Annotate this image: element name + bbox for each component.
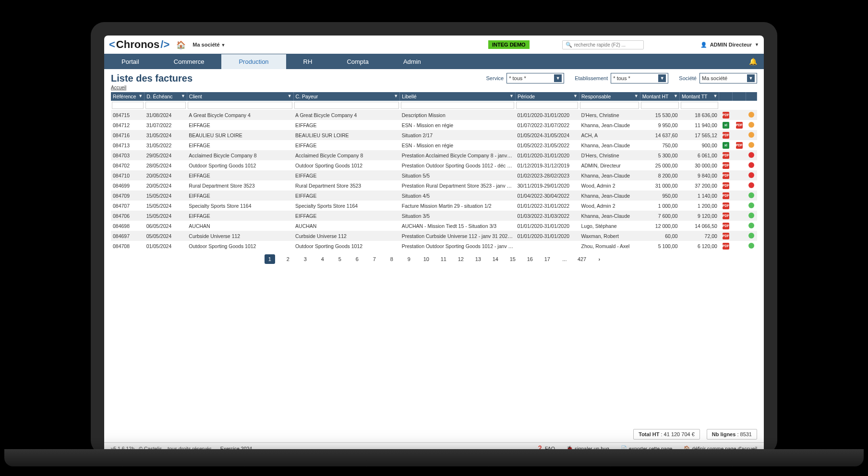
page-link[interactable]: 16 bbox=[526, 256, 534, 262]
page-link[interactable]: 15 bbox=[508, 256, 517, 262]
filter-etab-select[interactable]: * tous *▼ bbox=[611, 73, 668, 83]
col-responsable[interactable]: Responsable▼ bbox=[579, 92, 640, 101]
nav-compta[interactable]: Compta bbox=[329, 54, 386, 69]
table-row[interactable]: 08471020/05/2024EIFFAGEEIFFAGESituation … bbox=[111, 170, 757, 180]
page-link[interactable]: 14 bbox=[491, 256, 500, 262]
filter-periode[interactable] bbox=[516, 102, 578, 109]
page-link[interactable]: 10 bbox=[422, 256, 431, 262]
page-link[interactable]: 5 bbox=[336, 256, 344, 262]
col-libelle[interactable]: Libellé▼ bbox=[400, 92, 516, 101]
table-row[interactable]: 08470801/05/2024Outdoor Sporting Goods 1… bbox=[111, 241, 757, 250]
pdf-icon[interactable]: PDF bbox=[723, 192, 729, 199]
total-ht-box: Total HT : 41 120 704 € bbox=[633, 429, 700, 440]
page-link[interactable]: 13 bbox=[474, 256, 482, 262]
status-dot bbox=[748, 162, 754, 168]
status-dot bbox=[748, 122, 754, 128]
export-icon: 📄 bbox=[621, 445, 627, 452]
page-link[interactable]: ... bbox=[560, 256, 569, 262]
filter-tt[interactable] bbox=[681, 102, 718, 109]
footer-export[interactable]: 📄 exporter cette page bbox=[621, 445, 672, 452]
status-dot bbox=[748, 213, 754, 218]
col-periode[interactable]: Période▼ bbox=[515, 92, 579, 101]
filter-icon[interactable]: ▼ bbox=[138, 94, 143, 98]
home-icon[interactable]: 🏠 bbox=[176, 40, 186, 49]
filter-reference[interactable] bbox=[112, 102, 144, 109]
status-dot bbox=[748, 192, 754, 198]
footer-exercice[interactable]: Exercice 2024 bbox=[220, 446, 253, 452]
main-nav: Portail Commerce Production RH Compta Ad… bbox=[104, 54, 764, 69]
filter-societe-select[interactable]: Ma société▼ bbox=[699, 73, 757, 83]
filter-ht[interactable] bbox=[641, 102, 678, 109]
table-row[interactable]: 08469806/05/2024AUCHANAUCHANAUCHAN - Mis… bbox=[111, 221, 757, 231]
table-row[interactable]: 08469920/05/2024Rural Department Store 3… bbox=[111, 180, 757, 190]
footer-faq[interactable]: ❓ FAQ bbox=[537, 445, 555, 452]
pdf-icon[interactable]: PDF bbox=[736, 122, 743, 129]
pdf-icon[interactable]: PDF bbox=[723, 223, 729, 229]
next-page-icon[interactable]: › bbox=[595, 256, 603, 262]
pdf-icon[interactable]: PDF bbox=[723, 233, 729, 239]
table-row[interactable]: 08469705/05/2024Curbside Universe 112Cur… bbox=[111, 231, 757, 241]
col-reference[interactable]: Référence▼ bbox=[111, 92, 145, 101]
nav-commerce[interactable]: Commerce bbox=[157, 54, 222, 69]
page-link[interactable]: 2 bbox=[284, 256, 292, 262]
pdf-icon[interactable]: PDF bbox=[723, 182, 729, 189]
page-link[interactable]: 17 bbox=[543, 256, 552, 262]
filter-echeance[interactable] bbox=[145, 102, 186, 109]
page-link[interactable]: 3 bbox=[301, 256, 310, 262]
table-row[interactable]: 08471531/08/2024A Great Bicycle Company … bbox=[111, 110, 757, 120]
status-dot bbox=[748, 243, 754, 249]
page-link[interactable]: 1 bbox=[265, 254, 275, 264]
app-logo: <Chronos/> bbox=[109, 38, 169, 51]
footer-bug[interactable]: 🐞 signaler un bug bbox=[567, 445, 609, 452]
pdf-icon[interactable]: PDF bbox=[723, 213, 729, 219]
nav-production[interactable]: Production bbox=[221, 54, 286, 69]
page-link[interactable]: 8 bbox=[387, 256, 396, 262]
filter-payeur[interactable] bbox=[294, 102, 399, 109]
table-row[interactable]: 08470615/05/2024EIFFAGEEIFFAGESituation … bbox=[111, 211, 757, 221]
table-row[interactable]: 08470715/05/2024Specialty Sports Store 1… bbox=[111, 201, 757, 211]
excel-icon[interactable]: xl bbox=[723, 122, 729, 129]
table-row[interactable]: 08471631/05/2024BEAULIEU SUR LOIREBEAULI… bbox=[111, 130, 757, 140]
table-row[interactable]: 08471231/07/2022EIFFAGEEIFFAGEESN - Miss… bbox=[111, 120, 757, 130]
table-row[interactable]: 08470228/05/2024Outdoor Sporting Goods 1… bbox=[111, 160, 757, 170]
filter-societe-label: Société bbox=[679, 75, 697, 81]
pdf-icon[interactable]: PDF bbox=[736, 142, 743, 149]
col-echeance[interactable]: D. Échéanc▼ bbox=[145, 92, 187, 101]
pdf-icon[interactable]: PDF bbox=[723, 132, 729, 139]
pdf-icon[interactable]: PDF bbox=[723, 243, 729, 250]
search-icon: 🔍 bbox=[566, 42, 572, 48]
table-row[interactable]: 08470915/05/2024EIFFAGEEIFFAGESituation … bbox=[111, 190, 757, 201]
table-row[interactable]: 08470329/05/2024Acclaimed Bicycle Compan… bbox=[111, 150, 757, 160]
filter-responsable[interactable] bbox=[580, 102, 639, 109]
page-link[interactable]: 6 bbox=[353, 256, 362, 262]
page-link[interactable]: 427 bbox=[578, 256, 586, 262]
user-menu[interactable]: 👤 ADMIN Directeur ▼ bbox=[700, 42, 759, 48]
breadcrumb[interactable]: Accueil bbox=[111, 85, 193, 90]
page-link[interactable]: 7 bbox=[370, 256, 379, 262]
page-link[interactable]: 9 bbox=[405, 256, 413, 262]
pdf-icon[interactable]: PDF bbox=[723, 112, 729, 119]
footer-homepage[interactable]: 🏠 définir comme page d'accueil bbox=[684, 445, 757, 452]
search-input[interactable]: 🔍 bbox=[562, 40, 644, 49]
pdf-icon[interactable]: PDF bbox=[723, 202, 729, 209]
excel-icon[interactable]: xl bbox=[723, 142, 729, 149]
nav-admin[interactable]: Admin bbox=[386, 54, 438, 69]
notifications-icon[interactable]: 🔔 bbox=[742, 54, 764, 69]
col-client[interactable]: Client▼ bbox=[187, 92, 293, 101]
filter-service-select[interactable]: * tous *▼ bbox=[506, 73, 564, 83]
pdf-icon[interactable]: PDF bbox=[723, 162, 729, 169]
page-link[interactable]: 4 bbox=[318, 256, 327, 262]
col-montant-ht[interactable]: Montant HT▼ bbox=[640, 92, 679, 101]
pdf-icon[interactable]: PDF bbox=[723, 152, 729, 159]
nav-rh[interactable]: RH bbox=[286, 54, 330, 69]
company-selector[interactable]: Ma société ▼ bbox=[193, 42, 225, 48]
col-payeur[interactable]: C. Payeur▼ bbox=[293, 92, 400, 101]
filter-client[interactable] bbox=[188, 102, 292, 109]
col-montant-tt[interactable]: Montant TT▼ bbox=[680, 92, 719, 101]
page-link[interactable]: 12 bbox=[457, 256, 465, 262]
pdf-icon[interactable]: PDF bbox=[723, 172, 729, 179]
filter-libelle[interactable] bbox=[401, 102, 515, 109]
page-link[interactable]: 11 bbox=[439, 256, 448, 262]
table-row[interactable]: 08471331/05/2022EIFFAGEEIFFAGEESN - Miss… bbox=[111, 140, 757, 150]
nav-portail[interactable]: Portail bbox=[104, 54, 157, 69]
